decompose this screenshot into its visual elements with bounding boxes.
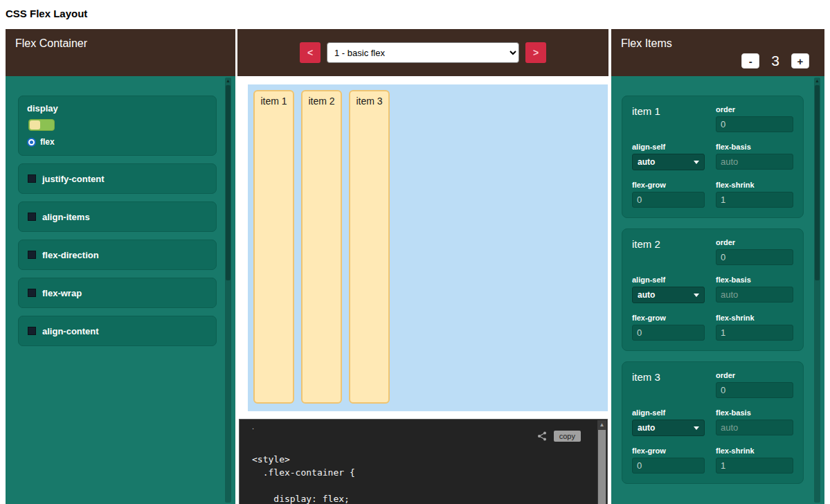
item-count: 3	[771, 53, 779, 69]
code-line: display: flex;	[252, 492, 590, 504]
flex-grow-input[interactable]	[632, 458, 705, 474]
code-dot: .	[252, 422, 254, 431]
justify-content-label: justify-content	[42, 174, 105, 184]
chevron-down-icon	[694, 294, 699, 297]
option-align-items: align-items	[18, 201, 217, 232]
flex-basis-label: flex-basis	[716, 143, 793, 151]
flex-grow-input[interactable]	[632, 325, 705, 341]
page-title: CSS Flex Layout	[0, 0, 830, 29]
item-card-2: item 2 order align-self auto	[622, 228, 804, 351]
code-line: <style>	[252, 453, 590, 466]
code-scrollbar[interactable]: ▲	[597, 420, 606, 504]
display-label: display	[27, 103, 208, 114]
align-self-value: auto	[638, 423, 655, 433]
preview-area: item 1 item 2 item 3 .	[237, 76, 608, 504]
align-self-label: align-self	[632, 143, 705, 151]
right-scrollbar[interactable]: ▲	[814, 78, 820, 503]
flex-items-panel: Flex Items - 3 + item 1 order	[611, 29, 824, 504]
align-self-value: auto	[638, 157, 655, 167]
item-title: item 2	[632, 236, 660, 250]
scroll-up-icon[interactable]: ▲	[814, 78, 820, 84]
flex-radio-label: flex	[40, 137, 55, 147]
prev-scene-button[interactable]: <	[300, 42, 321, 63]
align-self-label: align-self	[632, 276, 705, 284]
code-line	[252, 479, 590, 492]
option-justify-content: justify-content	[18, 163, 217, 194]
flex-demo-item: item 1	[253, 90, 294, 404]
align-self-select[interactable]: auto	[632, 154, 705, 170]
item-title: item 1	[632, 103, 660, 117]
flex-grow-label: flex-grow	[632, 447, 705, 455]
align-self-select[interactable]: auto	[632, 420, 705, 436]
flex-wrap-checkbox[interactable]	[28, 289, 36, 297]
display-toggle[interactable]	[28, 119, 55, 131]
order-input[interactable]	[716, 249, 793, 265]
chevron-down-icon	[694, 426, 699, 430]
scrollbar-thumb[interactable]	[226, 85, 231, 280]
main-layout: Flex Container display flex justify-cont…	[6, 29, 824, 504]
flex-shrink-label: flex-shrink	[716, 447, 793, 455]
align-self-label: align-self	[632, 408, 705, 417]
scrollbar-thumb[interactable]	[815, 85, 820, 280]
item-card-1: item 1 order align-self auto	[622, 96, 804, 218]
flex-wrap-label: flex-wrap	[42, 288, 82, 298]
scroll-up-icon[interactable]: ▲	[225, 78, 231, 84]
align-items-label: align-items	[42, 212, 90, 222]
flex-items-panel-body: item 1 order align-self auto	[611, 76, 824, 504]
flex-shrink-input[interactable]	[716, 325, 793, 341]
scene-select[interactable]: 1 - basic flex	[327, 42, 519, 63]
order-input[interactable]	[716, 116, 793, 132]
justify-content-checkbox[interactable]	[28, 174, 36, 183]
flex-demo-item: item 3	[349, 90, 390, 404]
flex-basis-input[interactable]	[716, 287, 793, 303]
flex-container-panel: Flex Container display flex justify-cont…	[6, 29, 235, 504]
flex-shrink-label: flex-shrink	[716, 181, 793, 189]
flex-items-panel-header: Flex Items - 3 +	[611, 29, 824, 76]
option-flex-wrap: flex-wrap	[18, 278, 217, 308]
item-title: item 3	[632, 369, 660, 383]
scene-navbar: < 1 - basic flex >	[237, 29, 608, 76]
flex-basis-input[interactable]	[716, 154, 793, 170]
flex-container-panel-body: display flex justify-content align-item	[6, 76, 235, 504]
flex-basis-label: flex-basis	[716, 276, 793, 284]
align-content-label: align-content	[42, 326, 99, 336]
flex-shrink-input[interactable]	[716, 192, 793, 208]
align-self-select[interactable]: auto	[632, 287, 705, 303]
flex-direction-label: flex-direction	[42, 250, 99, 260]
scrollbar-thumb[interactable]	[598, 430, 606, 504]
next-scene-button[interactable]: >	[525, 42, 546, 63]
display-card: display flex	[18, 96, 217, 156]
align-self-value: auto	[638, 290, 655, 300]
order-label: order	[716, 105, 793, 114]
flex-basis-input[interactable]	[716, 420, 793, 435]
left-scrollbar[interactable]: ▲	[225, 78, 231, 503]
option-align-content: align-content	[18, 316, 217, 346]
flex-demo-item: item 2	[301, 90, 342, 404]
add-item-button[interactable]: +	[791, 53, 809, 69]
scroll-up-icon[interactable]: ▲	[597, 420, 606, 429]
flex-grow-label: flex-grow	[632, 181, 705, 189]
flex-radio[interactable]	[27, 138, 36, 147]
preview-column: < 1 - basic flex > item 1 item 2 item 3 …	[237, 29, 608, 504]
flex-container-panel-title: Flex Container	[6, 29, 235, 76]
flex-shrink-label: flex-shrink	[716, 314, 793, 322]
code-block: <style> .flex-container { display: flex;	[252, 453, 590, 504]
align-items-checkbox[interactable]	[28, 213, 36, 221]
code-panel: . copy	[239, 419, 608, 504]
share-icon[interactable]	[537, 431, 547, 441]
item-card-3: item 3 order align-self auto	[622, 361, 804, 484]
order-input[interactable]	[716, 382, 793, 398]
flex-direction-checkbox[interactable]	[28, 251, 36, 259]
flex-items-panel-title: Flex Items	[621, 37, 815, 50]
flex-basis-label: flex-basis	[716, 408, 793, 417]
order-label: order	[716, 238, 793, 246]
order-label: order	[716, 371, 793, 379]
chevron-down-icon	[694, 161, 699, 164]
align-content-checkbox[interactable]	[28, 327, 36, 335]
flex-grow-input[interactable]	[632, 192, 705, 208]
flex-demo-container: item 1 item 2 item 3	[248, 84, 608, 411]
flex-shrink-input[interactable]	[716, 458, 793, 474]
flex-grow-label: flex-grow	[632, 314, 705, 322]
copy-button[interactable]: copy	[554, 431, 581, 442]
remove-item-button[interactable]: -	[741, 53, 759, 69]
